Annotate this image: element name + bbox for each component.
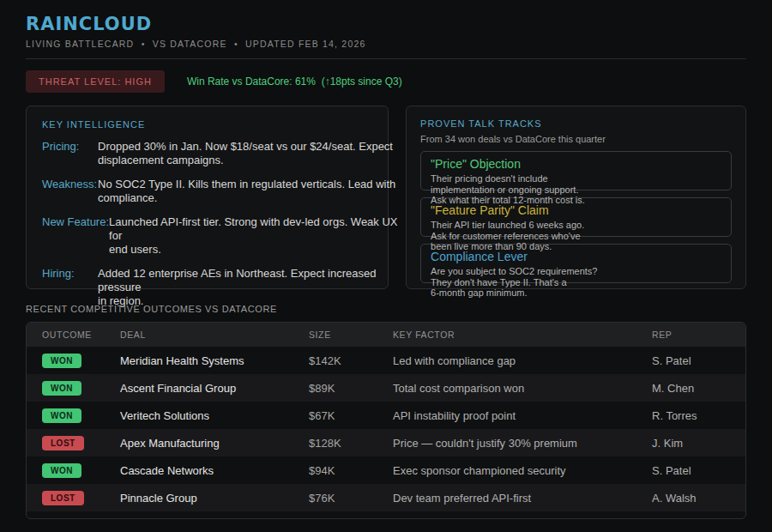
table-row: LOST Apex Manufacturing $128K Price — co…: [27, 429, 745, 456]
page-subtitle: LIVING BATTLECARD • VS DATACORE • UPDATE…: [26, 39, 746, 49]
key-factor: API instability proof point: [393, 409, 652, 422]
intel-row-new-feature: New Feature: Launched API-first tier. St…: [42, 215, 372, 257]
rep-name: S. Patel: [652, 464, 745, 477]
key-intelligence-title: KEY INTELLIGENCE: [42, 119, 372, 130]
deal-size: $142K: [309, 354, 393, 367]
deal-name: Cascade Networks: [120, 464, 309, 477]
win-rate-text: Win Rate vs DataCore: 61% (↑18pts since …: [187, 76, 402, 88]
deal-size: $89K: [309, 382, 393, 395]
outcomes-table: OUTCOME DEAL SIZE KEY FACTOR REP WON Mer…: [26, 322, 746, 519]
deal-size: $67K: [309, 409, 393, 422]
intel-label: New Feature:: [42, 215, 109, 257]
rep-name: A. Walsh: [652, 492, 745, 505]
intel-row-pricing: Pricing: Dropped 30% in Jan. Now $18/sea…: [42, 140, 372, 167]
outcome-badge: WON: [42, 354, 81, 368]
table-row: LOST Pinnacle Group $76K Dev team prefer…: [27, 484, 745, 511]
outcome-badge: LOST: [42, 491, 84, 505]
talk-tracks-title: PROVEN TALK TRACKS: [420, 118, 732, 129]
deal-size: $128K: [309, 437, 393, 450]
key-factor: Exec sponsor championed security: [393, 464, 652, 477]
talk-tracks-panel: PROVEN TALK TRACKS From 34 won deals vs …: [406, 106, 746, 289]
outcome-badge: LOST: [42, 436, 84, 450]
outcome-badge: WON: [42, 381, 81, 396]
key-factor: Dev team preferred API-first: [393, 492, 652, 505]
column-header-deal: DEAL: [120, 329, 309, 340]
intel-label: Hiring:: [42, 267, 98, 308]
table-row: WON Veritech Solutions $67K API instabil…: [27, 402, 745, 429]
talk-track-card-price-objection: "Price" Objection Their pricing doesn't …: [420, 151, 732, 190]
intel-value: Dropped 30% in Jan. Now $18/seat vs our …: [98, 140, 402, 167]
talk-tracks-subtitle: From 34 won deals vs DataCore this quart…: [420, 134, 732, 144]
deal-name: Pinnacle Group: [120, 492, 309, 505]
column-header-rep: REP: [652, 329, 745, 340]
outcome-badge: WON: [42, 463, 81, 478]
intel-label: Weakness:: [42, 178, 98, 205]
rep-name: J. Kim: [652, 437, 745, 450]
page-header: RAINCLOUD LIVING BATTLECARD • VS DATACOR…: [26, 14, 746, 59]
header-divider: [26, 58, 746, 59]
key-factor: Price — couldn't justify 30% premium: [393, 437, 652, 450]
column-header-size: SIZE: [309, 329, 393, 340]
rep-name: R. Torres: [652, 409, 745, 422]
table-row: WON Cascade Networks $94K Exec sponsor c…: [27, 456, 745, 484]
intel-label: Pricing:: [42, 140, 98, 167]
intel-value: Launched API-first tier. Strong with dev…: [109, 215, 413, 257]
outcome-badge: WON: [42, 408, 81, 423]
talk-track-card-body: Their API tier launched 6 weeks ago. Ask…: [431, 220, 688, 252]
column-header-factor: KEY FACTOR: [393, 329, 652, 340]
key-factor: Led with compliance gap: [393, 354, 652, 367]
intel-row-weakness: Weakness: No SOC2 Type II. Kills them in…: [42, 178, 372, 205]
deal-name: Veritech Solutions: [120, 409, 309, 422]
column-header-outcome: OUTCOME: [42, 329, 120, 340]
deal-size: $76K: [309, 492, 393, 505]
talk-track-card-title: "Feature Parity" Claim: [431, 203, 721, 218]
talk-track-card-body: Are you subject to SOC2 requirements? Th…: [431, 266, 688, 299]
table-header-row: OUTCOME DEAL SIZE KEY FACTOR REP: [27, 323, 745, 347]
talk-track-card-title: Compliance Lever: [431, 250, 721, 264]
rep-name: S. Patel: [652, 354, 745, 367]
battlecard-page: RAINCLOUD LIVING BATTLECARD • VS DATACOR…: [0, 0, 772, 519]
deal-name: Ascent Financial Group: [120, 382, 309, 395]
table-row: WON Ascent Financial Group $89K Total co…: [27, 374, 745, 402]
deal-size: $94K: [309, 464, 393, 477]
talk-track-card-title: "Price" Objection: [431, 157, 721, 172]
page-title: RAINCLOUD: [26, 14, 746, 34]
key-factor: Total cost comparison won: [393, 382, 652, 395]
talk-track-card-body: Their pricing doesn't include implementa…: [431, 173, 688, 206]
intel-value: No SOC2 Type II. Kills them in regulated…: [98, 178, 402, 205]
intel-value: Added 12 enterprise AEs in Northeast. Ex…: [98, 267, 402, 308]
status-row: THREAT LEVEL: HIGH Win Rate vs DataCore:…: [26, 70, 746, 93]
panels-row: KEY INTELLIGENCE Pricing: Dropped 30% in…: [26, 106, 746, 289]
table-row: WON Meridian Health Systems $142K Led wi…: [27, 347, 745, 374]
rep-name: M. Chen: [652, 382, 745, 395]
threat-level-badge: THREAT LEVEL: HIGH: [26, 70, 165, 93]
key-intelligence-panel: KEY INTELLIGENCE Pricing: Dropped 30% in…: [26, 106, 389, 289]
intel-row-hiring: Hiring: Added 12 enterprise AEs in North…: [42, 267, 372, 308]
deal-name: Apex Manufacturing: [120, 437, 309, 450]
deal-name: Meridian Health Systems: [120, 354, 309, 367]
